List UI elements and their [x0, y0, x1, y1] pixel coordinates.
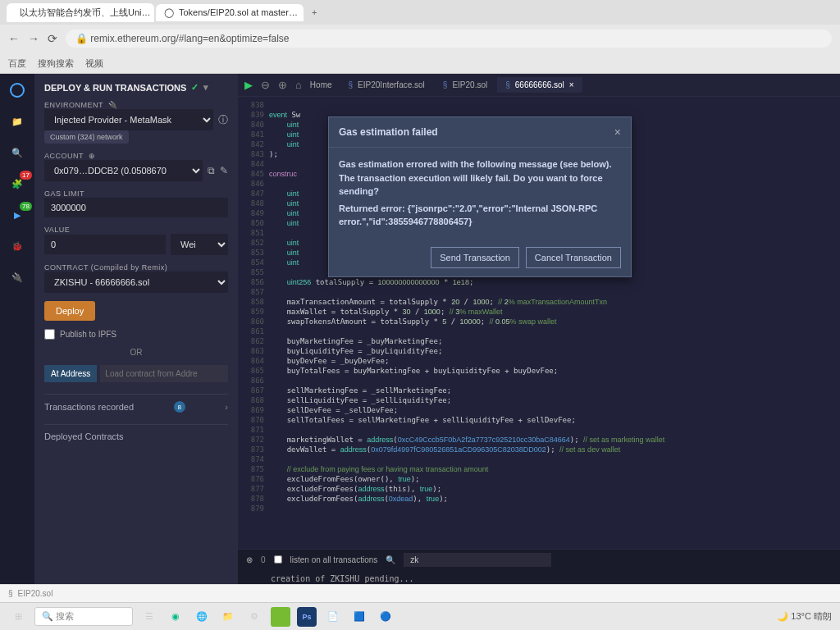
copy-icon[interactable]: ⧉	[208, 165, 215, 176]
sol-icon: §	[443, 80, 448, 89]
code-editor[interactable]: 838 839 840 841 842 843 844 845 846 847 …	[238, 97, 840, 549]
home-label[interactable]: Home	[310, 80, 332, 89]
app-icon[interactable]: 📄	[323, 607, 343, 627]
debugger-icon[interactable]: 🐞	[7, 236, 27, 256]
modal-title: Gas estimation failed	[339, 126, 438, 138]
compiler-icon[interactable]: 🧩17	[7, 174, 27, 194]
tab-row: 以太坊智能合约发币、上线Uni… × ◯ Tokens/EIP20.sol at…	[0, 0, 840, 25]
chrome-icon[interactable]: 🌐	[192, 607, 212, 627]
value-label: VALUE	[44, 226, 228, 234]
photoshop-icon[interactable]: Ps	[297, 607, 317, 627]
bookmark-item[interactable]: 百度	[8, 57, 26, 70]
settings-icon[interactable]: ⚙	[244, 607, 264, 627]
address-bar[interactable]: 🔒 remix.ethereum.org/#lang=en&optimize=f…	[66, 30, 832, 48]
listen-label: listen on all transactions	[290, 555, 378, 564]
bookmark-item[interactable]: 视频	[85, 57, 103, 70]
bookmarks-row: 百度 搜狗搜索 视频	[0, 52, 840, 74]
at-address-button[interactable]: At Address	[44, 365, 97, 382]
plugin-icon[interactable]: 🔌	[7, 267, 27, 287]
value-unit-select[interactable]: Wei	[171, 234, 228, 255]
gas-limit-label: GAS LIMIT	[44, 189, 228, 198]
deploy-icon[interactable]: ▶78	[7, 205, 27, 225]
ipfs-checkbox[interactable]	[44, 329, 55, 340]
file-tabs: §EIP20Interface.sol §EIP20.sol §66666666…	[340, 77, 582, 93]
contract-select[interactable]: ZKISHU - 66666666.sol	[44, 272, 228, 293]
sol-icon: §	[505, 80, 510, 89]
gas-limit-input[interactable]	[44, 198, 228, 217]
close-file-icon[interactable]: ×	[569, 80, 574, 89]
chevron-right-icon[interactable]: ›	[225, 402, 228, 412]
terminal-search-input[interactable]	[404, 553, 551, 567]
lock-icon: 🔒	[75, 33, 88, 44]
forward-button[interactable]: →	[28, 32, 39, 45]
account-select[interactable]: 0x079…DDCB2 (0.0508670	[44, 160, 203, 181]
file-explorer-icon[interactable]: 📁	[7, 112, 27, 131]
app-icon[interactable]	[271, 607, 290, 627]
modal-body: Gas estimation errored with the followin…	[329, 148, 631, 239]
environment-select[interactable]: Injected Provider - MetaMask	[44, 109, 213, 130]
edit-icon[interactable]: ✎	[220, 165, 228, 176]
gas-estimation-modal: Gas estimation failed × Gas estimation e…	[328, 116, 632, 277]
sol-icon: §	[8, 589, 13, 598]
search-icon[interactable]: 🔍	[7, 143, 27, 162]
address-row: ← → ⟳ 🔒 remix.ethereum.org/#lang=en&opti…	[0, 25, 840, 52]
chrome-app-icon[interactable]: 🔵	[376, 607, 395, 627]
file-tab-1[interactable]: §EIP20.sol	[435, 77, 495, 93]
task-view-icon[interactable]: ☰	[139, 607, 159, 627]
tab-title: Tokens/EIP20.sol at master…	[179, 7, 298, 17]
publish-ipfs-checkbox[interactable]: Publish to IPFS	[44, 329, 228, 340]
tab-title: 以太坊智能合约发币、上线Uni…	[20, 7, 151, 19]
explorer-icon[interactable]: 📁	[218, 607, 238, 627]
toggle-terminal-icon[interactable]: ⊗	[246, 555, 253, 564]
zoom-out-icon[interactable]: ⊖	[261, 79, 270, 91]
deployed-contracts-section[interactable]: Deployed Contracts	[44, 424, 228, 441]
plug-icon: 🔌	[108, 101, 118, 109]
bottom-file-bar[interactable]: § EIP20.sol	[0, 584, 840, 602]
url-text: remix.ethereum.org/#lang=en&optimize=fal…	[90, 33, 289, 44]
clear-terminal-icon[interactable]: 0	[261, 555, 266, 564]
new-tab-button[interactable]: +	[305, 7, 323, 17]
deploy-button[interactable]: Deploy	[44, 301, 95, 321]
sol-icon: §	[349, 80, 354, 89]
listen-checkbox[interactable]	[274, 555, 282, 564]
at-address-input[interactable]	[100, 365, 228, 382]
plus-icon[interactable]: ⊕	[89, 152, 96, 160]
or-divider: OR	[44, 348, 228, 357]
tx-count-badge: 8	[174, 401, 185, 413]
browser-tab-0[interactable]: 以太坊智能合约发币、上线Uni… ×	[7, 3, 154, 22]
search-icon: 🔍	[386, 555, 395, 564]
send-transaction-button[interactable]: Send Transaction	[431, 247, 519, 268]
editor-toolbar: ▶ ⊖ ⊕ ⌂ Home §EIP20Interface.sol §EIP20.…	[238, 74, 840, 97]
chevron-down-icon[interactable]: ▾	[203, 82, 208, 93]
close-icon[interactable]: ×	[614, 126, 621, 139]
remix-logo-icon[interactable]	[7, 80, 27, 100]
check-icon: ✓	[191, 82, 199, 93]
taskbar-search[interactable]: 🔍 搜索	[34, 607, 133, 626]
network-chip: Custom (324) network	[44, 130, 129, 144]
run-icon[interactable]: ▶	[244, 79, 253, 91]
cancel-transaction-button[interactable]: Cancel Transaction	[526, 247, 621, 268]
env-label: ENVIRONMENT 🔌	[44, 101, 228, 109]
zoom-in-icon[interactable]: ⊕	[278, 79, 287, 91]
compiler-badge: 17	[20, 171, 32, 180]
edge-icon[interactable]: ◉	[166, 607, 185, 627]
info-icon[interactable]: ⓘ	[218, 113, 228, 127]
value-input[interactable]	[44, 235, 166, 254]
deploy-badge: 78	[20, 202, 32, 211]
start-button[interactable]: ⊞	[8, 607, 28, 627]
reload-button[interactable]: ⟳	[48, 32, 57, 45]
line-gutter: 838 839 840 841 842 843 844 845 846 847 …	[238, 97, 269, 549]
file-tab-2[interactable]: §66666666.sol ×	[497, 77, 582, 93]
home-icon[interactable]: ⌂	[295, 79, 302, 91]
browser-chrome: 以太坊智能合约发币、上线Uni… × ◯ Tokens/EIP20.sol at…	[0, 0, 840, 74]
browser-tab-1[interactable]: ◯ Tokens/EIP20.sol at master… ×	[156, 4, 304, 21]
close-tab-icon[interactable]: ×	[303, 7, 304, 17]
weather-widget[interactable]: 🌙 13°C 晴朗	[777, 610, 832, 623]
bookmark-item[interactable]: 搜狗搜索	[38, 57, 74, 70]
remix-app: 📁 🔍 🧩17 ▶78 🐞 🔌 DEPLOY & RUN TRANSACTION…	[0, 74, 840, 602]
file-tab-0[interactable]: §EIP20Interface.sol	[340, 77, 433, 93]
app-icon[interactable]: 🟦	[349, 607, 369, 627]
back-button[interactable]: ←	[8, 32, 20, 45]
svg-point-0	[11, 84, 24, 97]
tx-recorded-section[interactable]: Transactions recorded 8 ›	[44, 394, 228, 413]
